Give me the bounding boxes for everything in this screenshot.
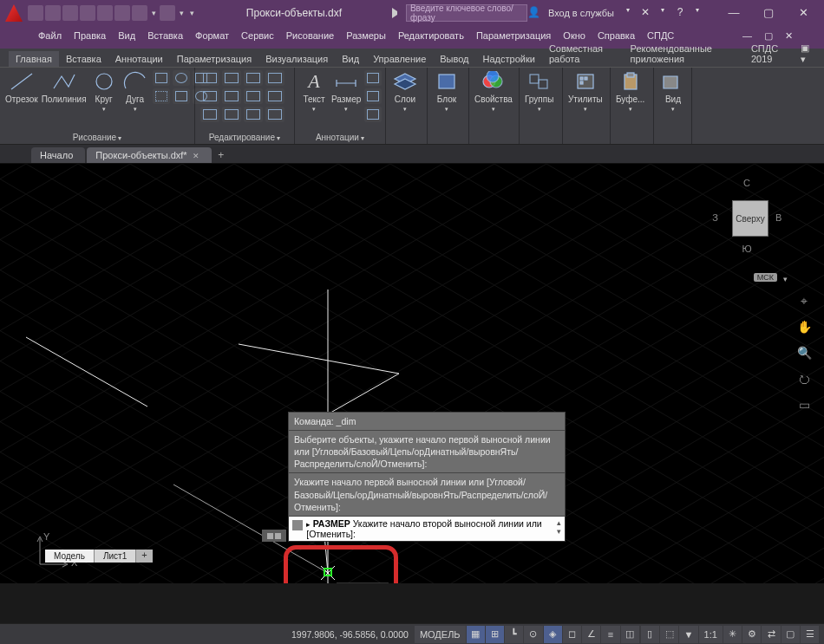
mod-4[interactable] [265, 70, 284, 86]
status-iso-icon[interactable]: ◈ [544, 626, 562, 643]
layers-button[interactable]: Слои▾ [391, 70, 419, 113]
utilities-button[interactable]: Утилиты▾ [568, 70, 603, 113]
qat-redo[interactable] [160, 5, 175, 21]
status-annoscale-icon[interactable]: ✳ [723, 626, 742, 643]
ribbon-tab-addins[interactable]: Надстройки [476, 51, 542, 67]
status-coords[interactable]: 1997.9806, -96.5856, 0.0000 [286, 629, 414, 640]
anno-sm-3[interactable] [364, 107, 382, 122]
mod-9[interactable] [200, 107, 219, 122]
ribbon-tab-insert[interactable]: Вставка [59, 51, 108, 67]
ribbon-tab-manage[interactable]: Управление [366, 51, 433, 67]
status-custom-icon[interactable]: ☰ [801, 626, 819, 643]
panel-modify-label[interactable]: Редактирование [200, 131, 289, 144]
status-otrack-icon[interactable]: ∠ [582, 626, 600, 643]
menu-modify[interactable]: Редактировать [393, 29, 469, 42]
qat-save[interactable] [62, 5, 78, 21]
status-switch-icon[interactable]: ⇄ [762, 626, 780, 643]
view-cube[interactable]: С З В Сверху Ю [708, 174, 786, 270]
exchange-icon[interactable]: ✕ [638, 6, 652, 20]
menu-dim[interactable]: Размеры [341, 29, 391, 42]
status-max-icon[interactable]: ▢ [781, 626, 800, 643]
anno-sm-2[interactable] [364, 88, 382, 104]
draw-sm-5[interactable] [173, 88, 190, 104]
command-line[interactable]: ▸ РАЗМЕР Укажите начало второй выносной … [288, 517, 566, 542]
arc-button[interactable]: Дуга▾ [121, 70, 149, 113]
nav-fullnav-icon[interactable]: ⌖ [795, 294, 813, 311]
file-tab-close-icon[interactable]: ✕ [193, 152, 199, 160]
mod-6[interactable] [222, 88, 241, 104]
nav-orbit-icon[interactable]: ⭮ [795, 372, 813, 389]
ribbon-tab-visual[interactable]: Визуализация [258, 51, 335, 67]
ribbon-collapse-icon[interactable]: ▣ ▾ [797, 41, 817, 67]
ribbon-tab-spds[interactable]: СПДС 2019 [744, 41, 797, 67]
status-ortho-icon[interactable]: ┗ [505, 626, 523, 643]
qat-open[interactable] [45, 5, 61, 21]
app-logo[interactable] [5, 4, 23, 22]
help-drop[interactable]: ▾ [690, 6, 704, 20]
groups-button[interactable]: Группы▾ [525, 70, 553, 113]
viewcube-top[interactable]: Сверху [732, 200, 768, 237]
view-button[interactable]: Вид▾ [659, 70, 687, 113]
cmd-recent-icon[interactable]: ▴▾ [557, 518, 561, 536]
minimize-button[interactable]: — [716, 1, 751, 25]
search-input[interactable]: Введите ключевое слово/фразу [406, 4, 527, 22]
ribbon-tab-param[interactable]: Параметризация [170, 51, 258, 67]
panel-anno-label[interactable]: Аннотации [300, 131, 380, 144]
draw-sm-1[interactable] [153, 70, 170, 86]
viewcube-e[interactable]: В [775, 212, 781, 223]
layout-tab-model[interactable]: Модель [45, 550, 95, 563]
maximize-button[interactable]: ▢ [751, 1, 786, 25]
menu-insert[interactable]: Вставка [142, 29, 188, 42]
viewcube-s[interactable]: Ю [708, 244, 786, 254]
layout-tab-sheet1[interactable]: Лист1 [95, 550, 136, 563]
qat-web[interactable] [97, 5, 113, 21]
dimension-button[interactable]: Размер▾ [331, 70, 361, 113]
wcs-badge[interactable]: МСК [754, 273, 777, 282]
mod-5[interactable] [200, 88, 219, 104]
qat-plot[interactable] [114, 5, 130, 21]
file-tab-new[interactable]: + [213, 147, 229, 163]
mod-1[interactable] [200, 70, 219, 86]
line-button[interactable]: Отрезок [5, 70, 38, 104]
layout-tab-add[interactable]: + [136, 550, 152, 563]
nav-zoom-icon[interactable]: 🔍 [795, 346, 813, 363]
qat-undo-drop[interactable]: ▾ [149, 5, 158, 21]
menu-tools[interactable]: Сервис [236, 29, 279, 42]
ribbon-tab-view[interactable]: Вид [335, 51, 366, 67]
menu-file[interactable]: Файл [33, 29, 67, 42]
menu-edit[interactable]: Правка [69, 29, 111, 42]
ribbon-tab-home[interactable]: Главная [9, 51, 59, 67]
file-tab-current[interactable]: Прокси-объекты.dxf*✕ [87, 147, 211, 163]
qat-new[interactable] [28, 5, 43, 21]
status-trans-icon[interactable]: ◫ [621, 626, 639, 643]
ribbon-tab-collab[interactable]: Совместная работа [542, 41, 624, 67]
status-scale[interactable]: 1:1 [699, 626, 723, 643]
text-button[interactable]: AТекст▾ [300, 70, 328, 113]
qat-saveas[interactable] [80, 5, 95, 21]
cmd-handle[interactable] [262, 530, 286, 542]
exchange-drop[interactable]: ▾ [656, 6, 670, 20]
status-polar-icon[interactable]: ⊙ [524, 626, 542, 643]
qat-more[interactable]: ▾ [187, 5, 196, 21]
close-button[interactable]: ✕ [786, 1, 821, 25]
polyline-button[interactable]: Полилиния [42, 70, 87, 104]
menu-draw[interactable]: Рисование [281, 29, 339, 42]
ribbon-tab-output[interactable]: Вывод [433, 51, 475, 67]
viewcube-w[interactable]: З [712, 212, 718, 223]
drawing-canvas[interactable]: С З В Сверху Ю МСК ▾ ⌖ ✋ 🔍 ⭮ ▭ Конточка … [0, 164, 824, 583]
ribbon-tab-featured[interactable]: Рекомендованные приложения [624, 41, 744, 67]
status-gear-icon[interactable]: ⚙ [742, 626, 761, 643]
menu-view[interactable]: Вид [113, 29, 141, 42]
wcs-drop-icon[interactable]: ▾ [783, 275, 788, 283]
nav-show-icon[interactable]: ▭ [795, 398, 813, 415]
mod-11[interactable] [244, 107, 263, 122]
mod-2[interactable] [222, 70, 241, 86]
status-space[interactable]: МОДЕЛЬ [415, 626, 466, 643]
status-filter-icon[interactable]: ▼ [679, 626, 697, 643]
anno-sm-1[interactable] [364, 70, 382, 86]
draw-sm-4[interactable] [153, 88, 170, 104]
status-snap-icon[interactable]: ⊞ [486, 626, 504, 643]
mod-8[interactable] [265, 88, 284, 104]
mod-12[interactable] [265, 107, 284, 122]
status-osnap-icon[interactable]: ◻ [563, 626, 581, 643]
